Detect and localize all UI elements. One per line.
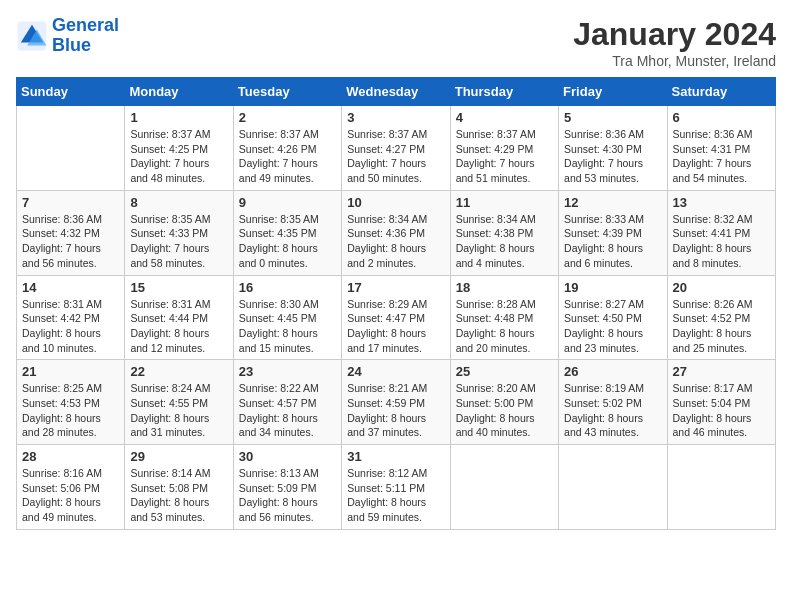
header-cell-tuesday: Tuesday [233,78,341,106]
day-info: Sunrise: 8:35 AM Sunset: 4:33 PM Dayligh… [130,212,227,271]
day-info: Sunrise: 8:37 AM Sunset: 4:27 PM Dayligh… [347,127,444,186]
day-info: Sunrise: 8:20 AM Sunset: 5:00 PM Dayligh… [456,381,553,440]
calendar-body: 1Sunrise: 8:37 AM Sunset: 4:25 PM Daylig… [17,106,776,530]
header-cell-thursday: Thursday [450,78,558,106]
calendar-cell: 1Sunrise: 8:37 AM Sunset: 4:25 PM Daylig… [125,106,233,191]
day-number: 14 [22,280,119,295]
day-info: Sunrise: 8:34 AM Sunset: 4:36 PM Dayligh… [347,212,444,271]
day-info: Sunrise: 8:29 AM Sunset: 4:47 PM Dayligh… [347,297,444,356]
calendar-cell: 5Sunrise: 8:36 AM Sunset: 4:30 PM Daylig… [559,106,667,191]
day-number: 19 [564,280,661,295]
day-info: Sunrise: 8:25 AM Sunset: 4:53 PM Dayligh… [22,381,119,440]
header-cell-monday: Monday [125,78,233,106]
logo-icon [16,20,48,52]
day-info: Sunrise: 8:22 AM Sunset: 4:57 PM Dayligh… [239,381,336,440]
day-number: 3 [347,110,444,125]
logo: General Blue [16,16,119,56]
day-info: Sunrise: 8:37 AM Sunset: 4:29 PM Dayligh… [456,127,553,186]
calendar-cell [17,106,125,191]
calendar-cell [450,445,558,530]
day-number: 9 [239,195,336,210]
day-number: 24 [347,364,444,379]
day-info: Sunrise: 8:33 AM Sunset: 4:39 PM Dayligh… [564,212,661,271]
calendar-cell [667,445,775,530]
day-info: Sunrise: 8:14 AM Sunset: 5:08 PM Dayligh… [130,466,227,525]
day-number: 1 [130,110,227,125]
calendar-cell: 21Sunrise: 8:25 AM Sunset: 4:53 PM Dayli… [17,360,125,445]
day-info: Sunrise: 8:27 AM Sunset: 4:50 PM Dayligh… [564,297,661,356]
day-number: 17 [347,280,444,295]
day-number: 22 [130,364,227,379]
day-number: 15 [130,280,227,295]
calendar-cell: 19Sunrise: 8:27 AM Sunset: 4:50 PM Dayli… [559,275,667,360]
day-number: 6 [673,110,770,125]
day-info: Sunrise: 8:30 AM Sunset: 4:45 PM Dayligh… [239,297,336,356]
day-info: Sunrise: 8:36 AM Sunset: 4:31 PM Dayligh… [673,127,770,186]
day-info: Sunrise: 8:37 AM Sunset: 4:25 PM Dayligh… [130,127,227,186]
header-cell-sunday: Sunday [17,78,125,106]
calendar-cell: 4Sunrise: 8:37 AM Sunset: 4:29 PM Daylig… [450,106,558,191]
day-number: 21 [22,364,119,379]
day-info: Sunrise: 8:24 AM Sunset: 4:55 PM Dayligh… [130,381,227,440]
calendar-cell: 31Sunrise: 8:12 AM Sunset: 5:11 PM Dayli… [342,445,450,530]
day-number: 8 [130,195,227,210]
calendar-cell: 16Sunrise: 8:30 AM Sunset: 4:45 PM Dayli… [233,275,341,360]
day-number: 4 [456,110,553,125]
day-info: Sunrise: 8:34 AM Sunset: 4:38 PM Dayligh… [456,212,553,271]
logo-text: General Blue [52,16,119,56]
calendar-cell: 26Sunrise: 8:19 AM Sunset: 5:02 PM Dayli… [559,360,667,445]
calendar-week-4: 21Sunrise: 8:25 AM Sunset: 4:53 PM Dayli… [17,360,776,445]
calendar-cell [559,445,667,530]
calendar-cell: 14Sunrise: 8:31 AM Sunset: 4:42 PM Dayli… [17,275,125,360]
day-number: 2 [239,110,336,125]
day-number: 7 [22,195,119,210]
day-number: 28 [22,449,119,464]
calendar-title: January 2024 [573,16,776,53]
day-info: Sunrise: 8:28 AM Sunset: 4:48 PM Dayligh… [456,297,553,356]
day-number: 26 [564,364,661,379]
calendar-cell: 10Sunrise: 8:34 AM Sunset: 4:36 PM Dayli… [342,190,450,275]
day-info: Sunrise: 8:21 AM Sunset: 4:59 PM Dayligh… [347,381,444,440]
calendar-cell: 2Sunrise: 8:37 AM Sunset: 4:26 PM Daylig… [233,106,341,191]
calendar-cell: 22Sunrise: 8:24 AM Sunset: 4:55 PM Dayli… [125,360,233,445]
calendar-cell: 24Sunrise: 8:21 AM Sunset: 4:59 PM Dayli… [342,360,450,445]
calendar-cell: 29Sunrise: 8:14 AM Sunset: 5:08 PM Dayli… [125,445,233,530]
calendar-header: SundayMondayTuesdayWednesdayThursdayFrid… [17,78,776,106]
day-number: 11 [456,195,553,210]
calendar-cell: 12Sunrise: 8:33 AM Sunset: 4:39 PM Dayli… [559,190,667,275]
calendar-cell: 13Sunrise: 8:32 AM Sunset: 4:41 PM Dayli… [667,190,775,275]
day-info: Sunrise: 8:16 AM Sunset: 5:06 PM Dayligh… [22,466,119,525]
header-row: SundayMondayTuesdayWednesdayThursdayFrid… [17,78,776,106]
day-info: Sunrise: 8:31 AM Sunset: 4:42 PM Dayligh… [22,297,119,356]
day-number: 31 [347,449,444,464]
day-info: Sunrise: 8:17 AM Sunset: 5:04 PM Dayligh… [673,381,770,440]
day-info: Sunrise: 8:31 AM Sunset: 4:44 PM Dayligh… [130,297,227,356]
day-info: Sunrise: 8:12 AM Sunset: 5:11 PM Dayligh… [347,466,444,525]
calendar-subtitle: Tra Mhor, Munster, Ireland [573,53,776,69]
day-info: Sunrise: 8:19 AM Sunset: 5:02 PM Dayligh… [564,381,661,440]
day-info: Sunrise: 8:26 AM Sunset: 4:52 PM Dayligh… [673,297,770,356]
day-info: Sunrise: 8:32 AM Sunset: 4:41 PM Dayligh… [673,212,770,271]
calendar-week-5: 28Sunrise: 8:16 AM Sunset: 5:06 PM Dayli… [17,445,776,530]
title-block: January 2024 Tra Mhor, Munster, Ireland [573,16,776,69]
day-number: 20 [673,280,770,295]
day-info: Sunrise: 8:35 AM Sunset: 4:35 PM Dayligh… [239,212,336,271]
calendar-cell: 18Sunrise: 8:28 AM Sunset: 4:48 PM Dayli… [450,275,558,360]
calendar-cell: 17Sunrise: 8:29 AM Sunset: 4:47 PM Dayli… [342,275,450,360]
day-number: 12 [564,195,661,210]
day-number: 16 [239,280,336,295]
calendar-week-1: 1Sunrise: 8:37 AM Sunset: 4:25 PM Daylig… [17,106,776,191]
day-info: Sunrise: 8:36 AM Sunset: 4:30 PM Dayligh… [564,127,661,186]
calendar-cell: 11Sunrise: 8:34 AM Sunset: 4:38 PM Dayli… [450,190,558,275]
calendar-cell: 15Sunrise: 8:31 AM Sunset: 4:44 PM Dayli… [125,275,233,360]
day-number: 30 [239,449,336,464]
logo-line1: General [52,15,119,35]
header-cell-saturday: Saturday [667,78,775,106]
page-header: General Blue January 2024 Tra Mhor, Muns… [16,16,776,69]
calendar-cell: 30Sunrise: 8:13 AM Sunset: 5:09 PM Dayli… [233,445,341,530]
calendar-cell: 3Sunrise: 8:37 AM Sunset: 4:27 PM Daylig… [342,106,450,191]
header-cell-friday: Friday [559,78,667,106]
calendar-cell: 25Sunrise: 8:20 AM Sunset: 5:00 PM Dayli… [450,360,558,445]
calendar-cell: 6Sunrise: 8:36 AM Sunset: 4:31 PM Daylig… [667,106,775,191]
day-number: 23 [239,364,336,379]
